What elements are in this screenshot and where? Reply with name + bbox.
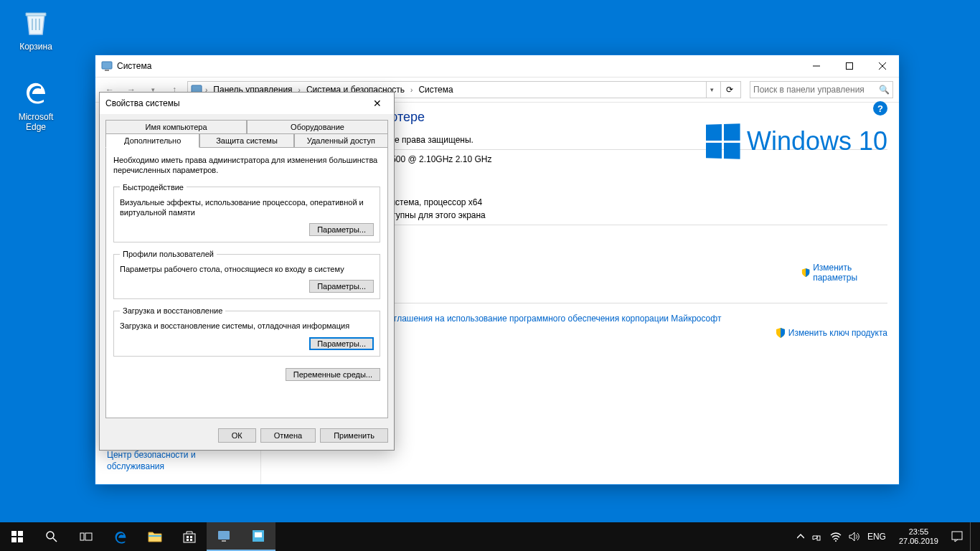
svg-rect-22 bbox=[255, 532, 262, 537]
sidebar-link-security-center[interactable]: Центр безопасности и обслуживания bbox=[107, 450, 249, 472]
dialog-buttons: ОК Отмена Применить bbox=[100, 424, 394, 447]
svg-rect-25 bbox=[952, 532, 962, 540]
window-maximize-button[interactable] bbox=[833, 55, 866, 77]
help-icon[interactable]: ? bbox=[873, 101, 887, 116]
profiles-description: Параметры рабочего стола, относящиеся ко… bbox=[120, 264, 374, 274]
svg-rect-19 bbox=[218, 531, 230, 540]
dialog-close-button[interactable]: ✕ bbox=[367, 93, 388, 114]
svg-rect-16 bbox=[190, 536, 192, 538]
tab-advanced[interactable]: Дополнительно bbox=[105, 133, 199, 148]
system-icon bbox=[217, 529, 231, 543]
performance-group: Быстродействие Визуальные эффекты, испол… bbox=[113, 183, 380, 243]
dialog-tabs: Имя компьютера Оборудование Дополнительн… bbox=[105, 120, 388, 147]
taskbar-app[interactable] bbox=[241, 522, 275, 551]
tab-computer-name[interactable]: Имя компьютера bbox=[105, 120, 247, 134]
shield-icon bbox=[776, 328, 786, 338]
svg-rect-23 bbox=[817, 536, 820, 540]
app-icon bbox=[251, 529, 265, 543]
search-icon[interactable]: 🔍 bbox=[879, 85, 890, 95]
wifi-icon[interactable] bbox=[830, 532, 842, 542]
taskbar-clock[interactable]: 23:55 27.06.2019 bbox=[893, 527, 944, 546]
folder-icon bbox=[148, 529, 162, 544]
window-minimize-button[interactable] bbox=[800, 55, 833, 77]
search-icon bbox=[45, 530, 58, 543]
tab-remote[interactable]: Удаленный доступ bbox=[294, 133, 388, 148]
change-product-key-link[interactable]: Изменить ключ продукта bbox=[776, 326, 887, 339]
svg-rect-13 bbox=[149, 535, 161, 537]
titlebar: Система bbox=[95, 55, 899, 77]
startup-legend: Загрузка и восстановление bbox=[120, 306, 225, 315]
startup-description: Загрузка и восстановление системы, отлад… bbox=[120, 321, 374, 331]
svg-line-10 bbox=[53, 538, 57, 542]
clock-time: 23:55 bbox=[899, 527, 938, 537]
system-icon bbox=[101, 60, 113, 72]
recycle-bin-icon bbox=[19, 4, 53, 39]
window-title: Система bbox=[117, 61, 800, 71]
start-button[interactable] bbox=[0, 522, 34, 551]
windows-logo-text: Windows 10 bbox=[747, 126, 887, 156]
edge-icon bbox=[19, 75, 53, 109]
search-input[interactable] bbox=[753, 85, 879, 95]
svg-point-24 bbox=[835, 540, 837, 542]
breadcrumb-item[interactable]: Система bbox=[415, 83, 456, 96]
svg-rect-11 bbox=[80, 533, 84, 540]
svg-rect-20 bbox=[222, 540, 226, 542]
breadcrumb-dropdown[interactable]: ▾ bbox=[706, 82, 717, 98]
profiles-group: Профили пользователей Параметры рабочего… bbox=[113, 250, 380, 299]
tab-panel-advanced: Необходимо иметь права администратора дл… bbox=[105, 147, 388, 418]
windows-icon bbox=[11, 531, 23, 542]
taskbar-explorer[interactable] bbox=[138, 522, 172, 551]
store-icon bbox=[182, 529, 197, 544]
environment-variables-button[interactable]: Переменные среды... bbox=[286, 368, 380, 381]
shield-icon bbox=[801, 268, 810, 278]
svg-rect-12 bbox=[85, 533, 92, 540]
change-settings-link[interactable]: Изменить параметры bbox=[801, 247, 887, 298]
clock-date: 27.06.2019 bbox=[899, 537, 938, 546]
edge-icon bbox=[112, 528, 129, 545]
task-view-icon bbox=[80, 530, 93, 543]
search-box[interactable]: 🔍 bbox=[750, 81, 893, 98]
apply-button[interactable]: Применить bbox=[320, 428, 388, 443]
performance-settings-button[interactable]: Параметры... bbox=[309, 223, 374, 236]
window-close-button[interactable] bbox=[866, 55, 899, 77]
action-center-button[interactable] bbox=[951, 531, 963, 542]
desktop-icon-recycle-bin[interactable]: Корзина bbox=[9, 4, 63, 52]
desktop-icon-label: Microsoft Edge bbox=[9, 112, 63, 133]
tab-protection[interactable]: Защита системы bbox=[199, 133, 293, 148]
svg-rect-1 bbox=[102, 62, 112, 69]
taskbar-system[interactable] bbox=[207, 522, 241, 551]
profiles-legend: Профили пользователей bbox=[120, 250, 217, 258]
svg-rect-17 bbox=[187, 539, 189, 541]
svg-point-9 bbox=[47, 532, 54, 539]
svg-rect-2 bbox=[105, 70, 109, 71]
taskbar: ENG 23:55 27.06.2019 bbox=[0, 522, 980, 551]
desktop-icon-edge[interactable]: Microsoft Edge bbox=[9, 75, 63, 133]
task-view-button[interactable] bbox=[69, 522, 103, 551]
taskbar-store[interactable] bbox=[172, 522, 207, 551]
search-button[interactable] bbox=[34, 522, 69, 551]
tab-hardware[interactable]: Оборудование bbox=[247, 120, 388, 134]
svg-rect-18 bbox=[190, 539, 192, 541]
power-icon[interactable] bbox=[811, 532, 823, 541]
performance-description: Визуальные эффекты, использование процес… bbox=[120, 197, 374, 218]
system-tray: ENG 23:55 27.06.2019 bbox=[791, 522, 980, 551]
system-properties-dialog: Свойства системы ✕ Имя компьютера Оборуд… bbox=[99, 92, 395, 451]
taskbar-edge[interactable] bbox=[103, 522, 138, 551]
windows-logo: Windows 10 bbox=[705, 124, 887, 159]
cancel-button[interactable]: Отмена bbox=[260, 428, 316, 443]
svg-rect-15 bbox=[187, 536, 189, 538]
admin-note: Необходимо иметь права администратора дл… bbox=[113, 155, 380, 176]
tray-overflow-button[interactable] bbox=[797, 533, 804, 540]
dialog-title: Свойства системы bbox=[105, 98, 180, 108]
language-indicator[interactable]: ENG bbox=[867, 532, 886, 542]
dialog-titlebar: Свойства системы ✕ bbox=[100, 93, 394, 114]
performance-legend: Быстродействие bbox=[120, 183, 187, 192]
svg-rect-4 bbox=[847, 63, 853, 70]
volume-icon[interactable] bbox=[849, 532, 860, 542]
svg-rect-14 bbox=[184, 534, 195, 542]
refresh-button[interactable]: ⟳ bbox=[720, 81, 738, 98]
show-desktop-button[interactable] bbox=[970, 522, 974, 551]
ok-button[interactable]: ОК bbox=[218, 428, 256, 443]
startup-settings-button[interactable]: Параметры... bbox=[309, 337, 374, 350]
profiles-settings-button[interactable]: Параметры... bbox=[309, 280, 374, 293]
